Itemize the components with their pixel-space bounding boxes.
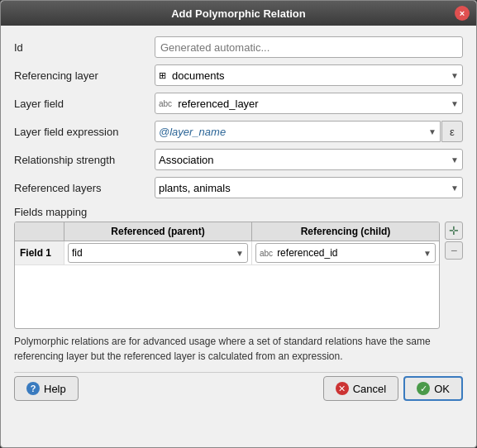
referenced-layers-control: plants, animals ▼ <box>155 177 463 198</box>
row-label-cell: Field 1 <box>15 241 64 265</box>
layer-field-arrow: ▼ <box>451 99 459 108</box>
parent-cell: fid ▼ <box>64 241 252 265</box>
relationship-strength-label: Relationship strength <box>14 154 155 166</box>
id-row: Id <box>14 36 463 59</box>
parent-field-select[interactable]: fid ▼ <box>68 243 248 263</box>
child-field-value: referenced_id <box>277 247 337 259</box>
dialog-content: Id Referencing layer ⊞ documents ▼ Layer… <box>1 26 476 447</box>
referenced-layers-select[interactable]: plants, animals ▼ <box>155 177 463 198</box>
button-row: ? Help ✕ Cancel ✓ OK <box>14 372 463 404</box>
layer-field-select[interactable]: abc referenced_layer ▼ <box>155 93 463 114</box>
ok-icon: ✓ <box>417 382 430 395</box>
referencing-layer-control: ⊞ documents ▼ <box>155 64 463 86</box>
dialog-title: Add Polymorphic Relation <box>22 7 455 20</box>
relationship-strength-arrow: ▼ <box>451 155 459 164</box>
abc-label-1: abc <box>159 99 172 108</box>
row-label-header <box>15 222 64 241</box>
referencing-layer-arrow: ▼ <box>451 71 459 80</box>
child-field-arrow: ▼ <box>423 249 432 258</box>
relationship-strength-row: Relationship strength Association ▼ <box>14 148 463 171</box>
ok-label: OK <box>434 383 450 395</box>
id-input[interactable] <box>155 36 463 58</box>
referenced-layers-arrow: ▼ <box>451 183 459 193</box>
close-button[interactable]: × <box>455 6 470 21</box>
help-button[interactable]: ? Help <box>14 376 79 401</box>
referencing-layer-row: Referencing layer ⊞ documents ▼ <box>14 64 463 87</box>
col-parent-header: Referenced (parent) <box>64 222 252 241</box>
referenced-layers-value: plants, animals <box>159 182 231 194</box>
layer-field-expression-row: Layer field expression @layer_name ▼ ε <box>14 120 463 143</box>
abc-label-child: abc <box>260 249 273 258</box>
relationship-strength-select[interactable]: Association ▼ <box>155 149 463 170</box>
referenced-layers-label: Referenced layers <box>14 182 155 194</box>
child-cell: abc referenced_id ▼ <box>252 241 439 265</box>
remove-row-button[interactable]: − <box>445 241 463 260</box>
relationship-strength-control: Association ▼ <box>155 149 463 170</box>
parent-field-value: fid <box>72 247 83 259</box>
expression-editor-button[interactable]: ε <box>441 121 463 142</box>
add-row-button[interactable]: ✛ <box>445 222 463 240</box>
fields-table: Referenced (parent) Referencing (child) … <box>14 222 440 329</box>
cancel-button[interactable]: ✕ Cancel <box>323 376 398 401</box>
add-polymorphic-relation-dialog: Add Polymorphic Relation × Id Referencin… <box>0 0 477 448</box>
id-control <box>155 36 463 58</box>
title-bar: Add Polymorphic Relation × <box>1 1 476 26</box>
layer-field-value: referenced_layer <box>178 98 259 110</box>
expression-value: @layer_name <box>159 126 226 138</box>
parent-field-arrow: ▼ <box>236 249 244 258</box>
cancel-label: Cancel <box>353 383 386 395</box>
layer-field-label: Layer field <box>14 98 155 110</box>
help-label: Help <box>44 383 66 395</box>
layer-field-expression-control: @layer_name ▼ ε <box>155 121 463 142</box>
layer-field-control: abc referenced_layer ▼ <box>155 93 463 114</box>
empty-table-area <box>15 265 439 315</box>
help-icon: ? <box>26 382 40 395</box>
table-action-buttons: ✛ − <box>445 222 463 329</box>
layer-field-expression-label: Layer field expression <box>14 126 155 138</box>
layer-field-row: Layer field abc referenced_layer ▼ <box>14 92 463 115</box>
child-field-select[interactable]: abc referenced_id ▼ <box>255 243 436 263</box>
expression-select[interactable]: @layer_name ▼ <box>155 121 441 142</box>
expression-arrow: ▼ <box>428 127 436 136</box>
table-header: Referenced (parent) Referencing (child) <box>15 222 439 241</box>
fields-table-area: Referenced (parent) Referencing (child) … <box>14 222 463 329</box>
info-text: Polymorphic relations are for advanced u… <box>14 334 463 364</box>
table-body: Field 1 fid ▼ abc <box>15 241 439 328</box>
id-label: Id <box>14 41 155 54</box>
ok-button[interactable]: ✓ OK <box>403 376 463 401</box>
expression-row: @layer_name ▼ ε <box>155 121 463 142</box>
table-row: Field 1 fid ▼ abc <box>15 241 439 265</box>
referencing-layer-select[interactable]: ⊞ documents ▼ <box>155 64 463 86</box>
col-child-header: Referencing (child) <box>252 222 439 241</box>
referenced-layers-row: Referenced layers plants, animals ▼ <box>14 176 463 199</box>
fields-mapping-label: Fields mapping <box>14 206 463 218</box>
referencing-layer-value: documents <box>172 69 225 82</box>
cancel-icon: ✕ <box>336 382 349 395</box>
referencing-layer-label: Referencing layer <box>14 69 155 82</box>
table-icon: ⊞ <box>159 70 166 81</box>
relationship-strength-value: Association <box>159 154 213 166</box>
row-label: Field 1 <box>20 247 51 259</box>
